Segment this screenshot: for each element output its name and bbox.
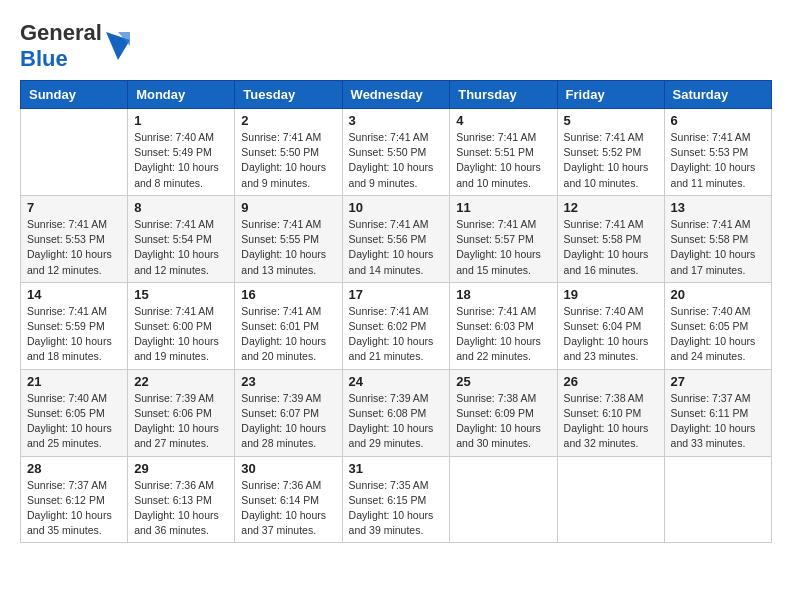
calendar-table: SundayMondayTuesdayWednesdayThursdayFrid…: [20, 80, 772, 543]
day-info: Sunrise: 7:41 AMSunset: 5:58 PMDaylight:…: [671, 217, 765, 278]
calendar-cell: [664, 456, 771, 543]
day-info: Sunrise: 7:41 AMSunset: 5:53 PMDaylight:…: [27, 217, 121, 278]
day-info: Sunrise: 7:41 AMSunset: 6:02 PMDaylight:…: [349, 304, 444, 365]
day-number: 6: [671, 113, 765, 128]
day-number: 24: [349, 374, 444, 389]
calendar-cell: 9Sunrise: 7:41 AMSunset: 5:55 PMDaylight…: [235, 195, 342, 282]
header: General Blue: [20, 20, 772, 72]
day-info: Sunrise: 7:38 AMSunset: 6:09 PMDaylight:…: [456, 391, 550, 452]
day-info: Sunrise: 7:37 AMSunset: 6:11 PMDaylight:…: [671, 391, 765, 452]
weekday-header-saturday: Saturday: [664, 81, 771, 109]
day-number: 29: [134, 461, 228, 476]
day-number: 14: [27, 287, 121, 302]
day-number: 4: [456, 113, 550, 128]
day-number: 20: [671, 287, 765, 302]
day-number: 28: [27, 461, 121, 476]
day-number: 18: [456, 287, 550, 302]
calendar-cell: 19Sunrise: 7:40 AMSunset: 6:04 PMDayligh…: [557, 282, 664, 369]
day-number: 27: [671, 374, 765, 389]
page-container: General Blue SundayMondayTuesdayWednesda…: [20, 20, 772, 543]
day-number: 23: [241, 374, 335, 389]
day-info: Sunrise: 7:37 AMSunset: 6:12 PMDaylight:…: [27, 478, 121, 539]
calendar-cell: 11Sunrise: 7:41 AMSunset: 5:57 PMDayligh…: [450, 195, 557, 282]
day-number: 19: [564, 287, 658, 302]
day-info: Sunrise: 7:40 AMSunset: 6:05 PMDaylight:…: [27, 391, 121, 452]
logo-blue: Blue: [20, 46, 68, 71]
day-info: Sunrise: 7:41 AMSunset: 5:59 PMDaylight:…: [27, 304, 121, 365]
calendar-cell: 25Sunrise: 7:38 AMSunset: 6:09 PMDayligh…: [450, 369, 557, 456]
day-number: 12: [564, 200, 658, 215]
day-info: Sunrise: 7:41 AMSunset: 5:52 PMDaylight:…: [564, 130, 658, 191]
day-info: Sunrise: 7:38 AMSunset: 6:10 PMDaylight:…: [564, 391, 658, 452]
calendar-cell: [21, 109, 128, 196]
logo-general: General: [20, 20, 102, 45]
day-info: Sunrise: 7:40 AMSunset: 6:05 PMDaylight:…: [671, 304, 765, 365]
logo-area: General Blue: [20, 20, 130, 72]
day-info: Sunrise: 7:39 AMSunset: 6:06 PMDaylight:…: [134, 391, 228, 452]
day-number: 9: [241, 200, 335, 215]
day-info: Sunrise: 7:41 AMSunset: 5:58 PMDaylight:…: [564, 217, 658, 278]
day-number: 16: [241, 287, 335, 302]
calendar-cell: [557, 456, 664, 543]
day-number: 31: [349, 461, 444, 476]
day-number: 5: [564, 113, 658, 128]
day-info: Sunrise: 7:41 AMSunset: 5:50 PMDaylight:…: [241, 130, 335, 191]
day-info: Sunrise: 7:36 AMSunset: 6:13 PMDaylight:…: [134, 478, 228, 539]
calendar-cell: 2Sunrise: 7:41 AMSunset: 5:50 PMDaylight…: [235, 109, 342, 196]
calendar-cell: 16Sunrise: 7:41 AMSunset: 6:01 PMDayligh…: [235, 282, 342, 369]
weekday-header-monday: Monday: [128, 81, 235, 109]
day-number: 30: [241, 461, 335, 476]
logo-triangle-icon: [106, 32, 130, 60]
calendar-cell: [450, 456, 557, 543]
day-number: 15: [134, 287, 228, 302]
week-row-3: 14Sunrise: 7:41 AMSunset: 5:59 PMDayligh…: [21, 282, 772, 369]
day-info: Sunrise: 7:36 AMSunset: 6:14 PMDaylight:…: [241, 478, 335, 539]
calendar-cell: 15Sunrise: 7:41 AMSunset: 6:00 PMDayligh…: [128, 282, 235, 369]
day-info: Sunrise: 7:39 AMSunset: 6:08 PMDaylight:…: [349, 391, 444, 452]
day-number: 22: [134, 374, 228, 389]
day-info: Sunrise: 7:41 AMSunset: 5:55 PMDaylight:…: [241, 217, 335, 278]
day-number: 10: [349, 200, 444, 215]
calendar-cell: 18Sunrise: 7:41 AMSunset: 6:03 PMDayligh…: [450, 282, 557, 369]
day-info: Sunrise: 7:41 AMSunset: 5:53 PMDaylight:…: [671, 130, 765, 191]
day-number: 8: [134, 200, 228, 215]
day-info: Sunrise: 7:41 AMSunset: 5:51 PMDaylight:…: [456, 130, 550, 191]
calendar-cell: 27Sunrise: 7:37 AMSunset: 6:11 PMDayligh…: [664, 369, 771, 456]
day-info: Sunrise: 7:41 AMSunset: 6:03 PMDaylight:…: [456, 304, 550, 365]
calendar-cell: 6Sunrise: 7:41 AMSunset: 5:53 PMDaylight…: [664, 109, 771, 196]
week-row-2: 7Sunrise: 7:41 AMSunset: 5:53 PMDaylight…: [21, 195, 772, 282]
calendar-cell: 26Sunrise: 7:38 AMSunset: 6:10 PMDayligh…: [557, 369, 664, 456]
day-info: Sunrise: 7:40 AMSunset: 5:49 PMDaylight:…: [134, 130, 228, 191]
weekday-header-row: SundayMondayTuesdayWednesdayThursdayFrid…: [21, 81, 772, 109]
calendar-cell: 20Sunrise: 7:40 AMSunset: 6:05 PMDayligh…: [664, 282, 771, 369]
calendar-cell: 24Sunrise: 7:39 AMSunset: 6:08 PMDayligh…: [342, 369, 450, 456]
day-number: 25: [456, 374, 550, 389]
weekday-header-sunday: Sunday: [21, 81, 128, 109]
week-row-1: 1Sunrise: 7:40 AMSunset: 5:49 PMDaylight…: [21, 109, 772, 196]
calendar-cell: 23Sunrise: 7:39 AMSunset: 6:07 PMDayligh…: [235, 369, 342, 456]
day-number: 7: [27, 200, 121, 215]
day-info: Sunrise: 7:41 AMSunset: 5:54 PMDaylight:…: [134, 217, 228, 278]
weekday-header-thursday: Thursday: [450, 81, 557, 109]
day-info: Sunrise: 7:40 AMSunset: 6:04 PMDaylight:…: [564, 304, 658, 365]
day-number: 1: [134, 113, 228, 128]
calendar-cell: 4Sunrise: 7:41 AMSunset: 5:51 PMDaylight…: [450, 109, 557, 196]
day-info: Sunrise: 7:41 AMSunset: 5:50 PMDaylight:…: [349, 130, 444, 191]
weekday-header-friday: Friday: [557, 81, 664, 109]
calendar-cell: 13Sunrise: 7:41 AMSunset: 5:58 PMDayligh…: [664, 195, 771, 282]
weekday-header-wednesday: Wednesday: [342, 81, 450, 109]
day-info: Sunrise: 7:41 AMSunset: 6:00 PMDaylight:…: [134, 304, 228, 365]
day-number: 26: [564, 374, 658, 389]
week-row-5: 28Sunrise: 7:37 AMSunset: 6:12 PMDayligh…: [21, 456, 772, 543]
calendar-cell: 1Sunrise: 7:40 AMSunset: 5:49 PMDaylight…: [128, 109, 235, 196]
week-row-4: 21Sunrise: 7:40 AMSunset: 6:05 PMDayligh…: [21, 369, 772, 456]
calendar-cell: 12Sunrise: 7:41 AMSunset: 5:58 PMDayligh…: [557, 195, 664, 282]
day-info: Sunrise: 7:41 AMSunset: 5:57 PMDaylight:…: [456, 217, 550, 278]
calendar-cell: 21Sunrise: 7:40 AMSunset: 6:05 PMDayligh…: [21, 369, 128, 456]
calendar-cell: 7Sunrise: 7:41 AMSunset: 5:53 PMDaylight…: [21, 195, 128, 282]
calendar-cell: 30Sunrise: 7:36 AMSunset: 6:14 PMDayligh…: [235, 456, 342, 543]
day-number: 17: [349, 287, 444, 302]
calendar-cell: 3Sunrise: 7:41 AMSunset: 5:50 PMDaylight…: [342, 109, 450, 196]
day-info: Sunrise: 7:41 AMSunset: 6:01 PMDaylight:…: [241, 304, 335, 365]
calendar-cell: 5Sunrise: 7:41 AMSunset: 5:52 PMDaylight…: [557, 109, 664, 196]
